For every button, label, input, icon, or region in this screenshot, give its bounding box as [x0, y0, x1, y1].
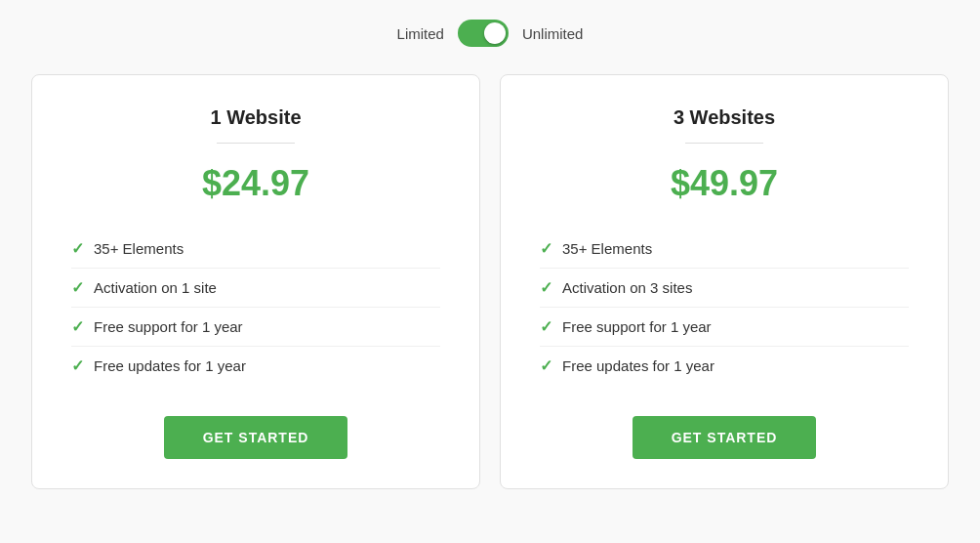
- get-started-button-three-websites[interactable]: GET STARTED: [633, 416, 817, 459]
- features-list-one-website: ✓35+ Elements✓Activation on 1 site✓Free …: [71, 230, 440, 385]
- pricing-cards: 1 Website$24.97✓35+ Elements✓Activation …: [21, 74, 959, 489]
- checkmark-icon: ✓: [540, 278, 552, 297]
- feature-text: Activation on 1 site: [94, 279, 217, 296]
- card-divider-one-website: [217, 143, 295, 144]
- card-price-three-websites: $49.97: [671, 163, 778, 204]
- feature-text: Free updates for 1 year: [94, 357, 246, 374]
- card-title-one-website: 1 Website: [211, 106, 302, 129]
- plan-toggle[interactable]: [458, 20, 509, 47]
- list-item: ✓Activation on 1 site: [71, 269, 440, 308]
- checkmark-icon: ✓: [71, 239, 84, 258]
- get-started-button-one-website[interactable]: GET STARTED: [164, 416, 348, 459]
- feature-text: Free support for 1 year: [94, 318, 243, 335]
- checkmark-icon: ✓: [540, 239, 552, 258]
- features-list-three-websites: ✓35+ Elements✓Activation on 3 sites✓Free…: [540, 230, 909, 385]
- list-item: ✓Activation on 3 sites: [540, 269, 909, 308]
- feature-text: Activation on 3 sites: [562, 279, 692, 296]
- list-item: ✓Free updates for 1 year: [71, 347, 440, 385]
- toggle-knob: [484, 22, 506, 44]
- card-price-one-website: $24.97: [202, 163, 309, 204]
- pricing-card-one-website: 1 Website$24.97✓35+ Elements✓Activation …: [31, 74, 480, 489]
- list-item: ✓35+ Elements: [540, 230, 909, 269]
- feature-text: 35+ Elements: [94, 240, 184, 257]
- pricing-card-three-websites: 3 Websites$49.97✓35+ Elements✓Activation…: [500, 74, 949, 489]
- list-item: ✓Free support for 1 year: [540, 308, 909, 347]
- toggle-row: Limited Unlimited: [397, 20, 584, 47]
- list-item: ✓35+ Elements: [71, 230, 440, 269]
- checkmark-icon: ✓: [71, 356, 84, 375]
- list-item: ✓Free support for 1 year: [71, 308, 440, 347]
- list-item: ✓Free updates for 1 year: [540, 347, 909, 385]
- feature-text: Free support for 1 year: [562, 318, 712, 335]
- checkmark-icon: ✓: [540, 317, 552, 336]
- checkmark-icon: ✓: [540, 356, 552, 375]
- checkmark-icon: ✓: [71, 278, 84, 297]
- toggle-label-limited: Limited: [397, 25, 444, 42]
- checkmark-icon: ✓: [71, 317, 84, 336]
- feature-text: Free updates for 1 year: [562, 357, 715, 374]
- feature-text: 35+ Elements: [562, 240, 652, 257]
- toggle-label-unlimited: Unlimited: [522, 25, 584, 42]
- card-divider-three-websites: [685, 143, 763, 144]
- card-title-three-websites: 3 Websites: [674, 106, 775, 129]
